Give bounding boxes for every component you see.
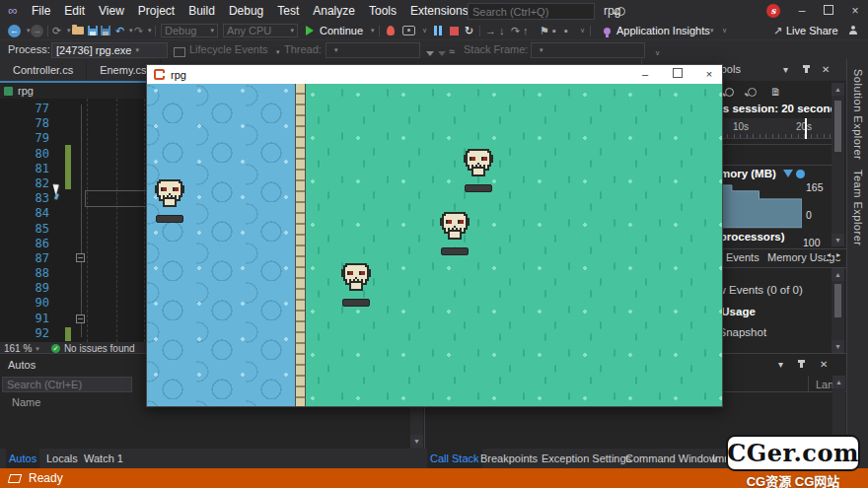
sync-icon[interactable]: ⟳ — [52, 24, 61, 37]
game-maximize-button[interactable] — [663, 65, 692, 84]
panel-tab-breakpoints[interactable]: Breakpoints — [477, 449, 541, 468]
close-panel-icon[interactable]: ✕ — [822, 64, 830, 75]
scroll-up-icon[interactable]: ▲ — [832, 83, 844, 96]
game-title-bar[interactable]: rpg – × — [147, 65, 722, 84]
menu-project[interactable]: Project — [131, 0, 181, 22]
side-tab-solution-explorer[interactable]: Solution Explorer — [852, 69, 864, 160]
menu-test[interactable]: Test — [270, 0, 306, 22]
configuration-dropdown[interactable]: Debug▾ — [161, 24, 218, 37]
menu-tools[interactable]: Tools — [362, 0, 403, 22]
continue-button[interactable]: Continue — [320, 24, 363, 37]
screenshot-icon[interactable] — [402, 24, 415, 37]
menu-extensions[interactable]: Extensions — [403, 0, 475, 22]
menu-view[interactable]: View — [92, 0, 131, 22]
scroll-up-icon[interactable]: ▲ — [832, 376, 845, 388]
show-next-statement-icon[interactable]: → — [485, 24, 496, 37]
pin-icon[interactable] — [805, 65, 808, 73]
bookmark-icon[interactable]: ⚑ — [540, 24, 549, 37]
autos-search-input[interactable] — [3, 379, 151, 390]
flag-threads-icon[interactable] — [438, 46, 446, 60]
scrollbar[interactable]: ▲ ▼ — [832, 268, 844, 353]
quick-search-box[interactable] — [468, 3, 595, 20]
feedback-icon[interactable] — [848, 24, 858, 37]
redo-icon[interactable]: ↷ — [134, 24, 143, 37]
filter-threads-icon[interactable] — [426, 46, 434, 60]
panel-tab-exception-settings[interactable]: Exception Settings — [539, 449, 634, 468]
thread-dropdown[interactable]: ▾ — [326, 42, 420, 58]
timeline-cursor[interactable] — [805, 118, 807, 139]
undo-dropdown-icon[interactable]: ▾ — [125, 24, 133, 37]
close-panel-icon[interactable]: ✕ — [820, 359, 828, 370]
autos-name-column[interactable]: Name — [12, 396, 40, 408]
panel-tab-call-stack[interactable]: Call Stack — [427, 449, 482, 468]
column-divider[interactable] — [808, 376, 809, 391]
undo-icon[interactable]: ↶ — [115, 24, 124, 37]
live-share-button[interactable]: Live Share — [786, 24, 838, 37]
overflow-chevron-icon[interactable]: ∨ — [718, 24, 727, 37]
bookmark-next-icon[interactable]: ▪ — [564, 24, 568, 37]
game-window[interactable]: rpg – × — [146, 64, 723, 407]
step-out-icon[interactable]: ↑ — [523, 24, 529, 37]
menu-edit[interactable]: Edit — [57, 0, 92, 22]
menu-debug[interactable]: Debug — [222, 0, 270, 22]
reset-zoom-icon[interactable] — [748, 85, 757, 99]
save-icon[interactable] — [88, 24, 98, 37]
sync-dropdown-icon[interactable]: ▾ — [63, 24, 71, 37]
tab-scroll-left-icon[interactable]: ◂ — [826, 250, 832, 259]
save-all-icon[interactable] — [101, 24, 110, 37]
step-into-icon[interactable]: ↓ — [499, 24, 505, 37]
lifecycle-dropdown-icon[interactable]: ▾ — [272, 45, 280, 59]
navigate-back-dropdown-icon[interactable]: ▾ — [23, 24, 31, 37]
game-viewport[interactable] — [147, 84, 722, 406]
overflow-chevron-icon[interactable]: ∨ — [576, 24, 585, 37]
redo-dropdown-icon[interactable]: ▾ — [144, 24, 152, 37]
scroll-down-icon[interactable]: ▼ — [832, 234, 844, 246]
lifecycle-events-button[interactable]: Lifecycle Events — [189, 43, 267, 55]
menu-file[interactable]: File — [25, 0, 57, 22]
overflow-chevron-icon[interactable]: ∨ — [418, 24, 427, 37]
step-over-icon[interactable]: ↷ — [511, 24, 520, 37]
restart-icon[interactable]: ↻ — [465, 24, 473, 37]
stop-debugging-icon[interactable] — [450, 24, 459, 37]
scroll-down-icon[interactable]: ▼ — [832, 340, 844, 353]
application-insights-dropdown-icon[interactable]: ▾ — [706, 24, 714, 37]
collapse-region-icon[interactable] — [76, 314, 85, 323]
break-all-icon[interactable] — [434, 24, 442, 37]
pin-icon[interactable] — [800, 360, 803, 368]
hot-reload-icon[interactable] — [387, 24, 395, 37]
platform-dropdown[interactable]: Any CPU▾ — [223, 24, 298, 37]
continue-dropdown-icon[interactable]: ▾ — [367, 24, 375, 37]
process-dropdown[interactable]: [24736] rpg.exe▾ — [51, 42, 168, 58]
panel-tab-watch-1[interactable]: Watch 1 — [81, 449, 126, 468]
continue-icon[interactable] — [306, 24, 314, 37]
panel-tab-command-window[interactable]: Command Window — [622, 449, 720, 468]
side-tab-team-explorer[interactable]: Team Explorer — [852, 170, 864, 245]
navigate-back-icon[interactable]: ← — [8, 24, 21, 37]
zoom-dropdown-icon[interactable]: ▾ — [36, 345, 39, 353]
game-minimize-button[interactable]: – — [630, 65, 660, 84]
bookmark-prev-icon[interactable]: ▪ — [552, 24, 556, 37]
open-folder-icon[interactable] — [72, 24, 84, 37]
zoom-in-timeline-icon[interactable] — [725, 85, 734, 99]
scroll-down-icon[interactable]: ▼ — [410, 435, 423, 448]
window-position-dropdown-icon[interactable]: ▾ — [778, 359, 783, 370]
minimize-button[interactable]: – — [789, 0, 815, 22]
application-insights-button[interactable]: Application Insights — [616, 24, 710, 37]
doc-tab-controller-cs[interactable]: Controller.cs — [0, 59, 87, 81]
game-close-button[interactable]: × — [694, 65, 724, 84]
overflow-chevron-icon[interactable]: ∨ — [651, 46, 660, 60]
panel-tab-locals[interactable]: Locals — [43, 449, 81, 468]
tab-scroll-right-icon[interactable]: ▸ — [835, 250, 841, 259]
panel-tab-autos[interactable]: Autos — [6, 449, 39, 468]
menu-analyze[interactable]: Analyze — [306, 0, 362, 22]
stack-frame-dropdown[interactable]: ▾ — [531, 42, 645, 58]
restore-button[interactable] — [816, 0, 841, 22]
suspend-icon[interactable]: ≈ — [449, 44, 455, 58]
scroll-up-icon[interactable]: ▲ — [832, 268, 844, 281]
quick-search-input[interactable] — [469, 6, 616, 18]
scrollbar[interactable]: ▲ ▼ — [832, 83, 844, 246]
window-position-dropdown-icon[interactable]: ▾ — [783, 64, 788, 75]
diag-tab-events[interactable]: Events — [726, 249, 760, 266]
navigate-forward-icon[interactable]: → — [31, 24, 43, 37]
breadcrumb-label[interactable]: rpg — [18, 85, 34, 97]
